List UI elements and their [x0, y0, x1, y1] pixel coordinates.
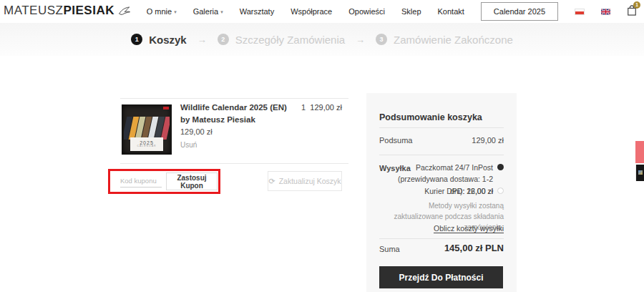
step-szczegoly: 2 Szczegóły Zamówienia — [218, 34, 345, 46]
summary-divider — [379, 238, 504, 239]
total-label: Suma — [379, 245, 400, 253]
step-label: Szczegóły Zamówienia — [235, 34, 345, 46]
remove-item-link[interactable]: Usuń — [180, 141, 197, 149]
uk-flag-icon — [601, 9, 610, 15]
radio-selected-icon[interactable] — [497, 164, 504, 170]
logo-text-light: MATEUSZ — [4, 4, 63, 18]
nav-item-galeria[interactable]: Galeria ▾ — [193, 7, 223, 16]
nav-item-sklep[interactable]: Sklep — [401, 7, 421, 16]
step-zakonczone: 3 Zamówienie Zakończone — [376, 34, 513, 46]
product-image-label: 2025 CALENDAR — [130, 137, 163, 151]
bird-logo-icon — [117, 5, 132, 16]
step-koszyk[interactable]: 1 Koszyk — [131, 34, 187, 46]
summary-divider — [379, 127, 504, 128]
arrow-right-icon: → — [356, 34, 365, 45]
product-image-photo-strips — [124, 117, 170, 140]
subtotal-value: 129,00 zł — [472, 136, 504, 145]
proceed-to-payment-button[interactable]: Przejdź Do Płatności — [379, 266, 503, 288]
update-cart-button[interactable]: ⟳ Zaktualizuj Koszyk — [268, 171, 342, 191]
nav-item-kontakt[interactable]: Kontakt — [438, 7, 464, 16]
nav-item-opowiesci[interactable]: Opowieści — [348, 7, 385, 16]
product-title-link[interactable]: Wildlife Calendar 2025 (EN) by Mateusz P… — [180, 102, 293, 125]
refresh-icon: ⟳ — [268, 177, 275, 186]
logo-text-bold: PIESIAK — [63, 4, 114, 18]
side-tab-icon — [638, 170, 643, 175]
step-label: Koszyk — [149, 34, 187, 46]
cart-count-badge: 1 — [633, 1, 640, 9]
cart-summary-panel: Podsumowanie koszyka Podsuma 129,00 zł W… — [366, 93, 517, 292]
product-line-total: 129,00 zł — [286, 103, 342, 112]
product-unit-price: 129,00 zł — [180, 127, 213, 136]
site-logo[interactable]: MATEUSZPIESIAK — [4, 4, 132, 18]
language-flag-en[interactable] — [601, 5, 610, 18]
step-label: Zamówienie Zakończone — [394, 34, 513, 46]
nav-item-warsztaty[interactable]: Warsztaty — [240, 7, 275, 16]
main-nav: O mnie ▾ Galeria ▾ Warsztaty Współprace … — [147, 0, 637, 23]
calculate-shipping-link[interactable]: Oblicz koszty wysyłki — [434, 224, 504, 233]
language-flag-pl[interactable] — [575, 9, 585, 15]
step-number: 2 — [218, 34, 229, 45]
subtotal-label: Podsuma — [379, 136, 412, 145]
arrow-right-icon: → — [197, 34, 207, 45]
shipping-option-dpd[interactable]: Kurier DPD: 22,00 zł — [389, 185, 504, 197]
cart-table-top-border — [120, 98, 348, 99]
calendar-2025-button[interactable]: Calendar 2025 — [481, 2, 558, 21]
nav-item-wspolprace[interactable]: Współprace — [291, 7, 332, 16]
total-value: 145,00 zł PLN — [444, 243, 504, 253]
breadcrumb: 1 Koszyk → 2 Szczegóły Zamówienia → 3 Za… — [131, 34, 513, 46]
coupon-code-input[interactable] — [120, 175, 162, 188]
summary-title: Podsumowanie koszyka — [379, 112, 482, 122]
chevron-down-icon: ▾ — [220, 9, 223, 14]
product-image[interactable]: 2025 CALENDAR — [122, 104, 172, 155]
checkout-steps-band: 1 Koszyk → 2 Szczegóły Zamówienia → 3 Za… — [0, 23, 644, 56]
radio-unselected-icon[interactable] — [497, 188, 504, 194]
cart-table-divider — [120, 163, 348, 164]
header: MATEUSZPIESIAK O mnie ▾ Galeria ▾ Warszt… — [0, 0, 644, 23]
chevron-down-icon: ▾ — [174, 9, 177, 14]
product-image-logo — [163, 107, 169, 110]
step-number: 3 — [376, 34, 387, 45]
side-tab-dark[interactable] — [635, 165, 644, 181]
step-number: 1 — [131, 34, 142, 45]
nav-item-o-mnie[interactable]: O mnie ▾ — [147, 7, 177, 16]
apply-coupon-button[interactable]: Zastosuj Kupon — [166, 172, 218, 190]
cart-page: MATEUSZPIESIAK O mnie ▾ Galeria ▾ Warszt… — [0, 0, 644, 292]
summary-divider — [379, 155, 504, 155]
side-tab-red[interactable] — [635, 141, 644, 163]
cart-button[interactable]: 1 — [627, 5, 637, 19]
